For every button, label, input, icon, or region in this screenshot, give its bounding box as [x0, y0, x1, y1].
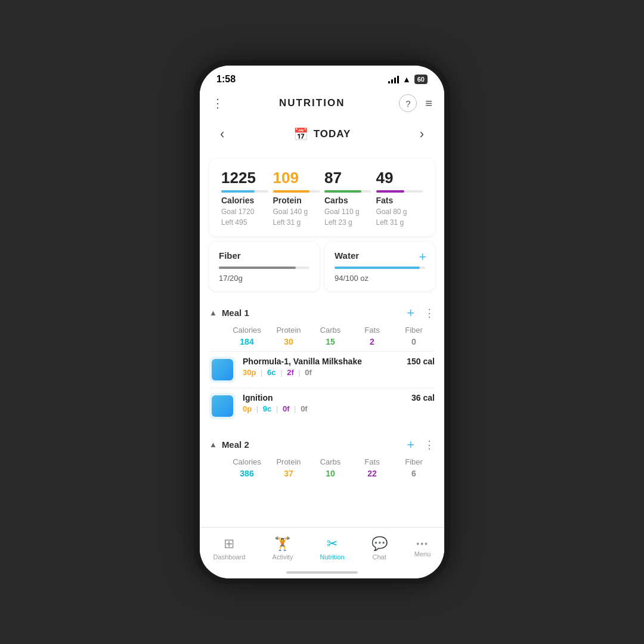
water-value: 94/100 oz [335, 274, 425, 283]
water-bar-track [335, 267, 425, 269]
meal-1-macros-values: 184 30 15 2 0 [209, 337, 435, 351]
meal-1-carbs: 15 [309, 337, 351, 346]
fiber-label: Fiber [219, 250, 309, 261]
bottom-nav: ⊞ Dashboard 🏋 Activity ✂ Nutrition 💬 Cha… [200, 527, 444, 566]
meal-1-name: Meal 1 [222, 308, 249, 318]
status-time: 1:58 [216, 74, 236, 85]
meal-2-header-left: ▲ Meal 2 [209, 439, 249, 450]
food-name-phormula: Phormula-1, Vanilla Milkshake [243, 357, 362, 366]
date-label: 📅 TODAY [293, 127, 351, 141]
prev-date-button[interactable]: ‹ [214, 124, 230, 144]
nav-activity-label: Activity [273, 553, 293, 561]
food-fiber-ignition: 0f [301, 404, 308, 413]
nav-dashboard[interactable]: ⊞ Dashboard [208, 534, 252, 563]
status-bar: 1:58 ▲ 60 [200, 66, 444, 89]
protein-bar-fill [273, 190, 309, 193]
menu-icon: ••• [416, 539, 429, 549]
nav-menu-label: Menu [414, 550, 431, 558]
date-nav: ‹ 📅 TODAY › [200, 119, 444, 153]
home-indicator [200, 566, 444, 578]
food-cal-phormula: 150 cal [407, 357, 435, 366]
meal-2-calories: 386 [226, 469, 268, 478]
meal-2-macros-values: 386 37 10 22 6 [209, 469, 435, 483]
food-info-phormula: Phormula-1, Vanilla Milkshake 150 cal 30… [243, 357, 435, 377]
col-header-protein: Protein [268, 326, 309, 335]
meal-1-header-left: ▲ Meal 1 [209, 308, 249, 318]
food-carbs-ignition: 9c [263, 404, 271, 413]
macro-card: 1225 Calories Goal 1720 Left 495 109 Pro… [209, 159, 435, 236]
water-card: Water 94/100 oz + [325, 242, 435, 291]
scroll-content: 1225 Calories Goal 1720 Left 495 109 Pro… [200, 153, 444, 527]
nav-nutrition[interactable]: ✂ Nutrition [314, 534, 351, 563]
meal-2-fiber: 6 [393, 469, 435, 478]
meal-1-calories: 184 [226, 337, 268, 346]
meal-2-collapse-icon[interactable]: ▲ [209, 440, 217, 449]
meal-2-carbs: 10 [309, 469, 351, 478]
food-fats-ignition: 0f [283, 404, 290, 413]
meal-2-macros-header: Calories Protein Carbs Fats Fiber [209, 457, 435, 469]
food-macros-phormula: 30p | 6c | 2f | 0f [243, 368, 435, 377]
protein-value: 109 [273, 169, 320, 187]
fats-bar-fill [376, 190, 405, 193]
food-img-inner [212, 359, 233, 380]
col-header-calories: Calories [226, 326, 268, 335]
carbs-left: Left 23 g [324, 217, 371, 228]
protein-macro: 109 Protein Goal 140 g Left 31 g [271, 169, 323, 228]
menu-button[interactable]: ≡ [425, 97, 432, 110]
calories-bar-track [221, 190, 268, 193]
nav-activity[interactable]: 🏋 Activity [267, 534, 299, 563]
meal-2-protein: 37 [268, 469, 309, 478]
food-name-row-phormula: Phormula-1, Vanilla Milkshake 150 cal [243, 357, 435, 366]
food-item-phormula[interactable]: Phormula-1, Vanilla Milkshake 150 cal 30… [209, 351, 435, 388]
nav-nutrition-label: Nutrition [320, 553, 345, 561]
signal-bars-icon [388, 75, 399, 83]
meal-1-options-icon[interactable]: ⋮ [424, 306, 435, 320]
more-options-icon[interactable]: ⋮ [212, 96, 225, 110]
meal-1-fiber: 0 [393, 337, 435, 346]
meal-1-collapse-icon[interactable]: ▲ [209, 308, 217, 317]
meal2-col-header-carbs: Carbs [309, 457, 351, 466]
water-label: Water [335, 250, 425, 261]
fats-label: Fats [376, 196, 423, 205]
food-item-ignition[interactable]: Ignition 36 cal 0p | 9c | 0f | 0f [209, 388, 435, 424]
meal-1-add-button[interactable]: + [407, 305, 414, 321]
carbs-goal: Goal 110 g [324, 206, 371, 217]
meal-2-section: ▲ Meal 2 + ⋮ Calories Protein Carbs Fats… [200, 429, 444, 483]
nav-menu[interactable]: ••• Menu [408, 537, 437, 560]
meal-1-section: ▲ Meal 1 + ⋮ Calories Protein Carbs Fats… [200, 297, 444, 424]
help-button[interactable]: ? [399, 94, 417, 112]
col-header-fiber: Fiber [393, 326, 435, 335]
water-bar-fill [335, 267, 420, 269]
battery-icon: 60 [414, 75, 428, 84]
carbs-bar-fill [324, 190, 361, 193]
calendar-icon: 📅 [293, 127, 309, 141]
nutrition-icon: ✂ [327, 536, 338, 552]
date-text: TODAY [314, 128, 351, 140]
carbs-value: 87 [324, 169, 371, 187]
calories-value: 1225 [221, 169, 268, 187]
wifi-icon: ▲ [402, 75, 411, 84]
next-date-button[interactable]: › [414, 124, 430, 144]
carbs-macro: 87 Carbs Goal 110 g Left 23 g [322, 169, 374, 228]
nav-chat-label: Chat [373, 553, 386, 561]
food-carbs-phormula: 6c [267, 368, 275, 377]
meal-1-macros-header: Calories Protein Carbs Fats Fiber [209, 326, 435, 337]
protein-label: Protein [273, 196, 320, 205]
food-name-ignition: Ignition [243, 393, 273, 402]
meal-2-header: ▲ Meal 2 + ⋮ [209, 429, 435, 457]
food-fiber-phormula: 0f [305, 368, 312, 377]
nav-chat[interactable]: 💬 Chat [366, 534, 394, 563]
food-img-phormula [209, 357, 236, 383]
calories-goal: Goal 1720 [221, 206, 268, 217]
calories-label: Calories [221, 196, 268, 205]
fiber-water-row: Fiber 17/20g Water 94/100 oz + [209, 242, 435, 291]
meal-2-options-icon[interactable]: ⋮ [424, 438, 435, 451]
meal2-col-header-calories: Calories [226, 457, 268, 466]
food-fats-phormula: 2f [287, 368, 294, 377]
status-icons: ▲ 60 [388, 75, 428, 84]
food-protein-phormula: 30p [243, 368, 256, 377]
carbs-bar-track [324, 190, 371, 193]
fats-goal: Goal 80 g [376, 206, 423, 217]
meal-2-add-button[interactable]: + [407, 437, 414, 453]
add-water-button[interactable]: + [419, 249, 426, 265]
